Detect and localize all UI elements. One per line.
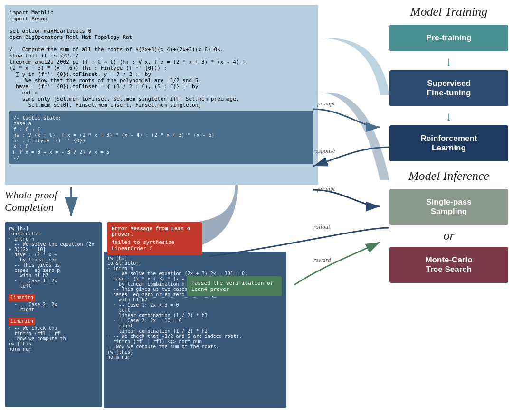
- model-training-title: Model Training: [390, 5, 508, 19]
- arrow-1: ↓: [390, 55, 508, 68]
- upper-code-panel: import Mathlib import Aesop set_option m…: [5, 5, 318, 185]
- monte-carlo-label: Monte-CarloTree Search: [425, 255, 472, 274]
- tactic-state-box: /- tactic state: case a f : ℂ → ℂ h₀ : ∀…: [10, 111, 314, 164]
- or-text: or: [390, 229, 508, 243]
- error-body: failed to synthesize LinearOrder ℂ: [112, 239, 197, 252]
- supervised-label: SupervisedFine-tuning: [427, 79, 471, 97]
- linarith-red-1: linarith: [9, 294, 35, 301]
- lower-left-code-text: rw [h₀] constructor · intro h -- We solv…: [9, 226, 98, 294]
- error-message-box: Error Message from Lean 4 prover: failed…: [107, 222, 202, 255]
- rl-label: ReinforcementLearning: [420, 134, 477, 152]
- lower-left-code-text-2: · -- Case 2: 2x right: [9, 302, 98, 317]
- lower-left-code-text-3: · -- We check tha rintro (rfl | rf -- No…: [9, 326, 98, 352]
- lower-left-code-panel: rw [h₀] constructor · intro h -- We solv…: [5, 222, 102, 407]
- pre-training-label: Pre-training: [426, 33, 471, 42]
- inference-section: Model Inference Single-passSampling or M…: [390, 169, 508, 283]
- rl-box: ReinforcementLearning: [390, 125, 508, 161]
- single-pass-label: Single-passSampling: [426, 197, 471, 216]
- success-body: Passed the verification of Lean4 prover: [191, 280, 277, 292]
- response-label: response: [314, 147, 335, 155]
- linarith-red-2: linarith: [9, 318, 35, 325]
- supervised-box: SupervisedFine-tuning: [390, 70, 508, 106]
- right-panel: Model Training Pre-training ↓ Supervised…: [390, 5, 508, 287]
- model-inference-title: Model Inference: [390, 169, 508, 183]
- rollout-label: rollout: [314, 223, 330, 231]
- error-title: Error Message from Lean 4 prover:: [112, 226, 197, 237]
- tactic-state-text: /- tactic state: case a f : ℂ → ℂ h₀ : ∀…: [13, 115, 310, 160]
- reward-label: reward: [314, 256, 331, 264]
- prompt1-label: prompt: [317, 100, 335, 107]
- upper-code-text: import Mathlib import Aesop set_option m…: [10, 9, 314, 108]
- arrow-2: ↓: [390, 110, 508, 123]
- single-pass-box: Single-passSampling: [390, 189, 508, 225]
- success-message-box: Passed the verification of Lean4 prover: [187, 276, 282, 296]
- lower-right-code-panel: rw [h₀] constructor · intro h -- We solv…: [104, 252, 286, 408]
- pre-training-box: Pre-training: [390, 25, 508, 51]
- monte-carlo-box: Monte-CarloTree Search: [390, 247, 508, 283]
- whole-proof-label: Whole-proof Completion: [5, 189, 57, 214]
- lower-right-code-text: rw [h₀] constructor · intro h -- We solv…: [107, 255, 283, 360]
- prompt2-label: prompt: [317, 185, 335, 193]
